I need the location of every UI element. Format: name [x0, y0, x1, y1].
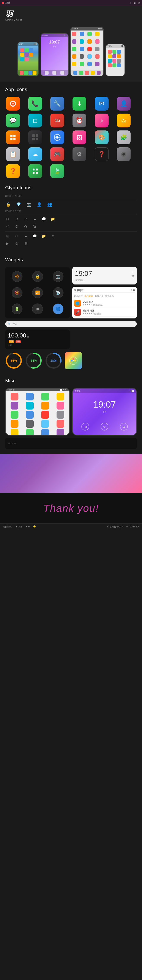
app-icon-green-grid[interactable]	[28, 164, 42, 178]
weather-detail: 多云转晴	[75, 279, 134, 282]
counter-unit: 元	[27, 335, 29, 338]
svg-point-29	[74, 360, 76, 361]
app-icon-files[interactable]: 🗂	[117, 114, 131, 127]
share-text[interactable]: 分享喜爱此内容	[107, 525, 124, 528]
app-icon-browser[interactable]	[50, 130, 64, 144]
app-desc-uc: ★★★★☆ 极速浏览器	[83, 304, 135, 306]
plus-btn[interactable]: +	[130, 2, 131, 5]
glyph-person-icon: 👤	[36, 201, 42, 207]
glyph-cloud-icon: ☁	[32, 216, 37, 221]
tab-hot[interactable]: 热门应用	[84, 295, 93, 298]
app-icon-phone[interactable]: 📞	[28, 97, 42, 111]
app-icon-download[interactable]: ⬇	[73, 97, 86, 111]
misc-phone-1: 中国移动 ▌▌ 19:07	[5, 388, 70, 436]
glyph-gem-icon: 💎	[16, 201, 22, 207]
ctrl-signal[interactable]: 📡	[53, 287, 63, 298]
app-icon-email[interactable]: ✉	[95, 97, 109, 111]
progress-circle-86: 86%	[5, 352, 22, 369]
svg-rect-9	[32, 138, 35, 140]
app-icon-cloud[interactable]: ☁	[28, 147, 42, 161]
app-icons-section: App Icons 📞 🔧 ⬇ ✉ 👤 💬 ◻ 15	[0, 81, 142, 181]
misc-icons-1	[6, 391, 69, 436]
app-icon-uc: 🌐	[74, 300, 81, 307]
svg-rect-17	[33, 169, 35, 170]
glyph-camera-icon: 📷	[26, 201, 32, 207]
search-icon: 🔍	[8, 323, 11, 325]
svg-rect-6	[13, 138, 16, 140]
appstore-title: 应用超市	[74, 289, 84, 292]
app-icon-calendar[interactable]: 15	[50, 114, 64, 127]
misc-phone-2: 中移动 ▌▌▌ 19:07 Fri ◁ ⊙ ⊞	[72, 388, 137, 436]
tab-games[interactable]: 游戏中心	[105, 295, 114, 298]
app-icon-dark[interactable]	[28, 130, 42, 144]
app-icon-puzzle[interactable]: 🧩	[117, 130, 131, 144]
close-icon[interactable]: ✕	[138, 2, 140, 5]
phone-status-2: 19:07 Fri ▌▌	[41, 33, 68, 37]
ctrl-wifi[interactable]: 📶	[32, 287, 43, 298]
svg-rect-3	[10, 135, 13, 137]
window-icon1[interactable]: ■	[134, 2, 136, 5]
phone-icons-grid	[71, 30, 103, 70]
app-icon-palette[interactable]: 🎨	[95, 130, 109, 144]
app-icon-leaf[interactable]: 🍃	[50, 164, 64, 178]
widget-search[interactable]: 🔍 搜索	[5, 321, 137, 327]
svg-point-30	[73, 361, 74, 363]
misc-phone-screen-1: 中国移动 ▌▌ 19:07	[6, 388, 69, 435]
svg-rect-5	[10, 138, 13, 140]
app-icon-settings[interactable]: 🔧	[50, 97, 64, 111]
app-icon-circle[interactable]	[117, 147, 131, 161]
phone-status-1: 19:07 ▌▌▌	[18, 42, 38, 46]
progress-value-86: 86%	[7, 354, 20, 367]
logo-subtext: APPROACH	[5, 19, 22, 21]
app-icon-yellow-q[interactable]: ❓	[6, 164, 20, 178]
app-icon-notes[interactable]: 📋	[6, 147, 20, 161]
app-icon-clock[interactable]: ⏰	[73, 114, 86, 127]
svg-rect-18	[36, 169, 38, 170]
misc-phone-day: Fri	[73, 410, 136, 414]
counter-badges: 话费 流量	[8, 340, 67, 343]
app-icon-photos[interactable]: 🖼	[73, 130, 86, 144]
appstore-tabs: 精品推荐 热门应用 装机必备 游戏中心	[74, 294, 135, 299]
glyph-back-icon: ◁	[5, 224, 10, 229]
glyph-refresh2-icon: ⟳	[14, 234, 19, 239]
app-icon-apps[interactable]	[6, 130, 20, 144]
widget-search-row: 🔍 搜索	[5, 321, 137, 327]
tab-essential[interactable]: 装机必备	[95, 295, 103, 298]
phone-mockup-1: 19:07 ▌▌▌	[17, 42, 39, 76]
app-icon-1[interactable]	[6, 97, 20, 111]
ctrl-brightness[interactable]: 🔆	[12, 271, 22, 282]
app-icon-contacts[interactable]: 👤	[117, 97, 131, 111]
app-row-1: 🌐 UC浏览器 ★★★★☆ 极速浏览器	[74, 299, 135, 308]
app-icon-messages[interactable]: 💬	[6, 114, 20, 127]
ctrl-lock[interactable]: 🔒	[32, 271, 43, 282]
top-bar: 花聊 + ■ ✕	[0, 0, 142, 6]
ctrl-mute[interactable]: 🔕	[12, 287, 22, 298]
action-star[interactable]: ⭐	[33, 525, 36, 528]
glyph-trash-icon: 🗑	[32, 224, 37, 229]
action-play[interactable]: ▶演讲	[16, 525, 23, 528]
action-pause[interactable]: ■ ■	[26, 525, 30, 528]
search-placeholder: 搜索	[13, 322, 17, 326]
app-name-uc: UC浏览器	[83, 300, 135, 304]
time-display: 19:07	[75, 270, 92, 278]
app-icon-game[interactable]: 🎮	[50, 147, 64, 161]
glyph-grid2-icon: ⊞	[5, 234, 10, 239]
tab-featured[interactable]: 精品推荐	[74, 295, 83, 298]
glyph-row-3: ◁ ⊙ ◔ 🗑	[5, 224, 137, 229]
phone-status-3: 中国移动 19:07	[71, 27, 103, 30]
action-print[interactable]: ◁打印友	[3, 525, 12, 528]
svg-rect-19	[33, 172, 35, 174]
header: 羽 APPROACH	[0, 6, 142, 24]
ctrl-camera[interactable]: 📷	[53, 271, 63, 282]
glyph-speech-icon: 💬	[41, 216, 46, 221]
app-icon-music[interactable]: ♪	[95, 114, 109, 127]
ctrl-grid[interactable]: ⊞	[32, 304, 43, 314]
app-icon-empty1[interactable]: ❓	[95, 147, 109, 161]
count-0: 0	[126, 525, 128, 528]
widgets-title: Widgets	[5, 257, 137, 262]
app-icon-chat[interactable]: ◻	[28, 114, 42, 127]
misc-section: Misc 中国移动 ▌▌ 19:07	[0, 374, 142, 454]
ctrl-bt[interactable]: 🔵	[53, 304, 63, 314]
app-icon-toggle[interactable]: ⚙	[73, 147, 86, 161]
ctrl-battery[interactable]: 🔋	[12, 304, 22, 314]
